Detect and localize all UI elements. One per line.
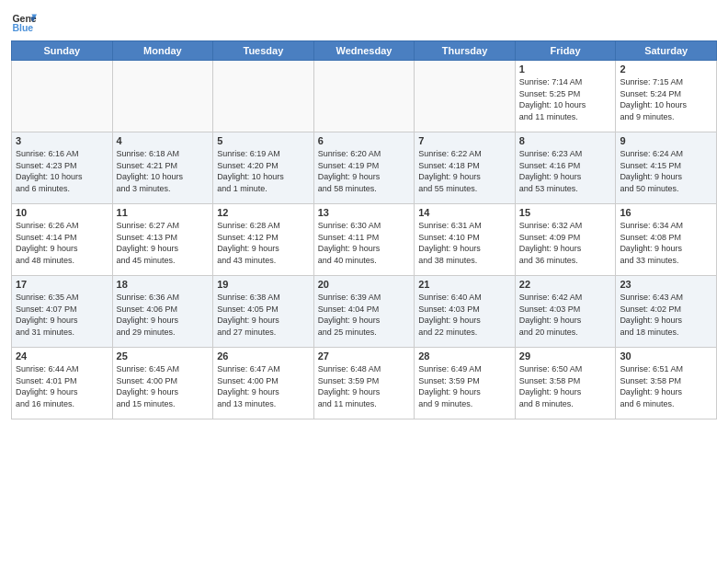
calendar-cell: 25Sunrise: 6:45 AM Sunset: 4:00 PM Dayli… (112, 348, 213, 419)
day-info: Sunrise: 6:49 AM Sunset: 3:59 PM Dayligh… (418, 363, 511, 409)
day-info: Sunrise: 6:23 AM Sunset: 4:16 PM Dayligh… (519, 148, 612, 194)
day-info: Sunrise: 6:20 AM Sunset: 4:19 PM Dayligh… (318, 148, 411, 194)
day-info: Sunrise: 6:48 AM Sunset: 3:59 PM Dayligh… (318, 363, 411, 409)
day-info: Sunrise: 6:19 AM Sunset: 4:20 PM Dayligh… (217, 148, 310, 194)
calendar-cell: 26Sunrise: 6:47 AM Sunset: 4:00 PM Dayli… (213, 348, 314, 419)
calendar-table: SundayMondayTuesdayWednesdayThursdayFrid… (11, 40, 717, 419)
day-info: Sunrise: 6:22 AM Sunset: 4:18 PM Dayligh… (418, 148, 511, 194)
day-number: 3 (16, 135, 108, 146)
day-info: Sunrise: 7:14 AM Sunset: 5:25 PM Dayligh… (519, 76, 612, 122)
calendar-cell (313, 61, 415, 132)
day-info: Sunrise: 6:31 AM Sunset: 4:10 PM Dayligh… (418, 220, 511, 266)
day-number: 18 (117, 279, 210, 290)
day-header-tuesday: Tuesday (213, 41, 314, 61)
day-info: Sunrise: 6:50 AM Sunset: 3:58 PM Dayligh… (519, 363, 612, 409)
day-number: 24 (16, 350, 108, 362)
day-info: Sunrise: 6:36 AM Sunset: 4:06 PM Dayligh… (117, 292, 210, 338)
calendar-cell: 27Sunrise: 6:48 AM Sunset: 3:59 PM Dayli… (313, 348, 415, 419)
day-info: Sunrise: 6:34 AM Sunset: 4:08 PM Dayligh… (620, 220, 712, 266)
day-info: Sunrise: 6:43 AM Sunset: 4:02 PM Dayligh… (620, 292, 712, 338)
day-number: 23 (620, 279, 712, 290)
day-number: 27 (318, 350, 411, 362)
calendar-cell: 24Sunrise: 6:44 AM Sunset: 4:01 PM Dayli… (12, 348, 113, 419)
day-number: 7 (418, 135, 511, 146)
calendar-cell: 2Sunrise: 7:15 AM Sunset: 5:24 PM Daylig… (616, 61, 717, 132)
day-info: Sunrise: 6:44 AM Sunset: 4:01 PM Dayligh… (16, 363, 108, 409)
calendar-cell: 15Sunrise: 6:32 AM Sunset: 4:09 PM Dayli… (515, 204, 616, 276)
day-number: 13 (318, 207, 411, 218)
calendar-cell: 7Sunrise: 6:22 AM Sunset: 4:18 PM Daylig… (415, 132, 516, 204)
day-number: 5 (217, 135, 310, 146)
calendar-cell: 30Sunrise: 6:51 AM Sunset: 3:58 PM Dayli… (616, 348, 717, 419)
week-row-3: 17Sunrise: 6:35 AM Sunset: 4:07 PM Dayli… (12, 276, 717, 348)
day-number: 8 (519, 135, 612, 146)
calendar-cell: 18Sunrise: 6:36 AM Sunset: 4:06 PM Dayli… (112, 276, 213, 348)
day-number: 26 (217, 350, 310, 362)
calendar-cell: 13Sunrise: 6:30 AM Sunset: 4:11 PM Dayli… (313, 204, 415, 276)
day-info: Sunrise: 6:30 AM Sunset: 4:11 PM Dayligh… (318, 220, 411, 266)
day-number: 14 (418, 207, 511, 218)
calendar-cell: 5Sunrise: 6:19 AM Sunset: 4:20 PM Daylig… (213, 132, 314, 204)
week-row-4: 24Sunrise: 6:44 AM Sunset: 4:01 PM Dayli… (12, 348, 717, 419)
day-number: 10 (16, 207, 108, 218)
day-info: Sunrise: 6:42 AM Sunset: 4:03 PM Dayligh… (519, 292, 612, 338)
main-container: General Blue SundayMondayTuesdayWednesda… (0, 0, 728, 427)
calendar-cell: 22Sunrise: 6:42 AM Sunset: 4:03 PM Dayli… (515, 276, 616, 348)
calendar-cell: 10Sunrise: 6:26 AM Sunset: 4:14 PM Dayli… (12, 204, 113, 276)
day-info: Sunrise: 6:51 AM Sunset: 3:58 PM Dayligh… (620, 363, 712, 409)
header-row: General Blue (11, 9, 717, 35)
day-header-saturday: Saturday (616, 41, 717, 61)
day-info: Sunrise: 6:27 AM Sunset: 4:13 PM Dayligh… (117, 220, 210, 266)
day-header-monday: Monday (112, 41, 213, 61)
calendar-cell (213, 61, 314, 132)
day-info: Sunrise: 6:24 AM Sunset: 4:15 PM Dayligh… (620, 148, 712, 194)
day-number: 20 (318, 279, 411, 290)
day-number: 15 (519, 207, 612, 218)
day-info: Sunrise: 6:39 AM Sunset: 4:04 PM Dayligh… (318, 292, 411, 338)
calendar-cell (415, 61, 516, 132)
calendar-cell (12, 61, 113, 132)
calendar-cell: 11Sunrise: 6:27 AM Sunset: 4:13 PM Dayli… (112, 204, 213, 276)
week-row-2: 10Sunrise: 6:26 AM Sunset: 4:14 PM Dayli… (12, 204, 717, 276)
calendar-cell: 9Sunrise: 6:24 AM Sunset: 4:15 PM Daylig… (616, 132, 717, 204)
logo-icon: General Blue (11, 9, 37, 35)
calendar-cell: 28Sunrise: 6:49 AM Sunset: 3:59 PM Dayli… (415, 348, 516, 419)
calendar-cell: 3Sunrise: 6:16 AM Sunset: 4:23 PM Daylig… (12, 132, 113, 204)
calendar-cell: 17Sunrise: 6:35 AM Sunset: 4:07 PM Dayli… (12, 276, 113, 348)
day-number: 6 (318, 135, 411, 146)
day-info: Sunrise: 6:47 AM Sunset: 4:00 PM Dayligh… (217, 363, 310, 409)
day-number: 21 (418, 279, 511, 290)
calendar-cell: 14Sunrise: 6:31 AM Sunset: 4:10 PM Dayli… (415, 204, 516, 276)
day-info: Sunrise: 6:26 AM Sunset: 4:14 PM Dayligh… (16, 220, 108, 266)
calendar-cell: 20Sunrise: 6:39 AM Sunset: 4:04 PM Dayli… (313, 276, 415, 348)
day-info: Sunrise: 6:35 AM Sunset: 4:07 PM Dayligh… (16, 292, 108, 338)
calendar-cell: 29Sunrise: 6:50 AM Sunset: 3:58 PM Dayli… (515, 348, 616, 419)
day-number: 1 (519, 63, 612, 75)
day-header-friday: Friday (515, 41, 616, 61)
day-number: 28 (418, 350, 511, 362)
day-number: 22 (519, 279, 612, 290)
day-number: 9 (620, 135, 712, 146)
day-info: Sunrise: 6:28 AM Sunset: 4:12 PM Dayligh… (217, 220, 310, 266)
day-info: Sunrise: 6:32 AM Sunset: 4:09 PM Dayligh… (519, 220, 612, 266)
calendar-cell: 21Sunrise: 6:40 AM Sunset: 4:03 PM Dayli… (415, 276, 516, 348)
day-number: 17 (16, 279, 108, 290)
calendar-cell: 16Sunrise: 6:34 AM Sunset: 4:08 PM Dayli… (616, 204, 717, 276)
day-info: Sunrise: 7:15 AM Sunset: 5:24 PM Dayligh… (620, 76, 712, 122)
day-number: 29 (519, 350, 612, 362)
calendar-cell: 12Sunrise: 6:28 AM Sunset: 4:12 PM Dayli… (213, 204, 314, 276)
day-info: Sunrise: 6:38 AM Sunset: 4:05 PM Dayligh… (217, 292, 310, 338)
calendar-cell: 4Sunrise: 6:18 AM Sunset: 4:21 PM Daylig… (112, 132, 213, 204)
svg-text:Blue: Blue (12, 22, 33, 33)
calendar-cell (112, 61, 213, 132)
day-number: 30 (620, 350, 712, 362)
calendar-cell: 1Sunrise: 7:14 AM Sunset: 5:25 PM Daylig… (515, 61, 616, 132)
day-info: Sunrise: 6:16 AM Sunset: 4:23 PM Dayligh… (16, 148, 108, 194)
day-number: 2 (620, 63, 712, 75)
calendar-cell: 8Sunrise: 6:23 AM Sunset: 4:16 PM Daylig… (515, 132, 616, 204)
calendar-cell: 6Sunrise: 6:20 AM Sunset: 4:19 PM Daylig… (313, 132, 415, 204)
day-header-wednesday: Wednesday (313, 41, 415, 61)
day-info: Sunrise: 6:18 AM Sunset: 4:21 PM Dayligh… (117, 148, 210, 194)
logo: General Blue (11, 9, 40, 35)
calendar-header-row: SundayMondayTuesdayWednesdayThursdayFrid… (12, 41, 717, 61)
